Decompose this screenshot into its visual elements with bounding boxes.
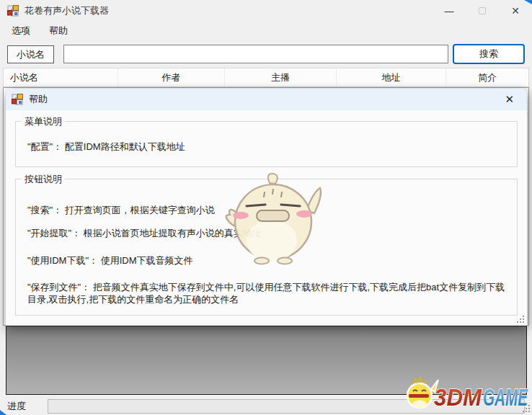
help-dialog: 帮助 ✕ 菜单说明 "配置"： 配置IDM路径和默认下载地址 按钮说明 "搜索"… — [6, 89, 527, 326]
column-header-author[interactable]: 作者 — [118, 68, 225, 86]
help-dialog-title: 帮助 — [29, 93, 48, 106]
column-header-address[interactable]: 地址 — [337, 68, 446, 86]
help-text-save-to-file: "保存到文件"： 把音频文件真实地下保存到文件中,可以使用任意下载软件进行下载,… — [27, 281, 507, 305]
novel-name-button[interactable]: 小说名 — [7, 45, 54, 63]
menubar: 选项 帮助 — [0, 22, 532, 40]
help-text-config: "配置"： 配置IDM路径和默认下载地址 — [27, 140, 507, 153]
help-text-search: "搜索"： 打开查询页面，根据关键字查询小说 — [27, 204, 507, 216]
menu-description-group: 菜单说明 "配置"： 配置IDM路径和默认下载地址 — [15, 121, 518, 167]
screenshot-artifact-bottom-left — [0, 410, 6, 415]
progress-label: 进度 — [7, 400, 26, 413]
titlebar: 花卷有声小说下载器 — ✕ — [0, 0, 532, 22]
window-controls: — ✕ — [433, 0, 532, 22]
search-input[interactable] — [63, 45, 448, 63]
search-button[interactable]: 搜索 — [453, 44, 525, 64]
window-title: 花卷有声小说下载器 — [25, 4, 109, 17]
help-text-extract: "开始提取"： 根据小说首页地址提取有声小说的真实地址 — [27, 227, 507, 239]
3dmgame-watermark: 3DM GAME — [401, 373, 529, 414]
column-header-intro[interactable]: 简介 — [446, 68, 528, 86]
help-text-idm-download: "使用IDM下载"： 使用IDM下载音频文件 — [27, 254, 507, 267]
app-icon — [7, 5, 19, 17]
app-window: 花卷有声小说下载器 — ✕ 选项 帮助 小说名 搜索 小说名 作者 主播 地址 … — [0, 0, 532, 415]
help-dialog-close-button[interactable]: ✕ — [500, 92, 518, 107]
button-description-group: 按钮说明 "搜索"： 打开查询页面，根据关键字查询小说 "开始提取"： 根据小说… — [15, 179, 518, 316]
help-dialog-icon — [12, 94, 23, 105]
minimize-button[interactable]: — — [433, 0, 466, 22]
game-logo-text: GAME — [483, 383, 528, 411]
help-dialog-body: 菜单说明 "配置"： 配置IDM路径和默认下载地址 按钮说明 "搜索"： 打开查… — [6, 110, 527, 326]
maximize-button[interactable] — [466, 0, 499, 22]
menu-description-group-title: 菜单说明 — [22, 115, 65, 128]
button-description-group-title: 按钮说明 — [22, 173, 65, 186]
column-header-novel-name[interactable]: 小说名 — [4, 68, 118, 86]
column-header-narrator[interactable]: 主播 — [225, 68, 337, 86]
3dm-logo-text: 3DM — [434, 383, 482, 411]
dialog-resize-grip[interactable] — [517, 316, 524, 323]
results-table-header: 小说名 作者 主播 地址 简介 — [3, 68, 529, 87]
menu-item-options[interactable]: 选项 — [9, 23, 33, 39]
maximize-icon — [479, 7, 486, 14]
help-dialog-titlebar: 帮助 ✕ — [6, 89, 527, 110]
menu-item-help[interactable]: 帮助 — [46, 23, 71, 39]
screenshot-artifact-top-right — [524, 0, 532, 4]
